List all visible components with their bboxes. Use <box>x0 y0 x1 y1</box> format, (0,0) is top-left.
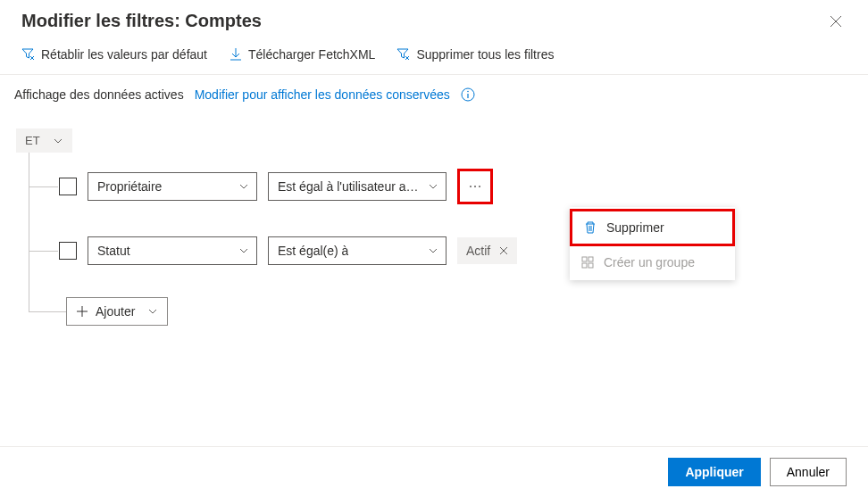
download-fetchxml-button[interactable]: Télécharger FetchXML <box>229 47 375 62</box>
svg-point-2 <box>470 186 472 187</box>
filter-reset-icon <box>21 47 36 62</box>
info-icon[interactable] <box>461 87 475 102</box>
highlight-box <box>457 169 493 204</box>
filter-delete-icon <box>396 47 411 62</box>
row-more-button[interactable] <box>462 173 488 200</box>
svg-rect-6 <box>588 257 593 261</box>
svg-rect-8 <box>588 263 593 268</box>
reset-defaults-label: Rétablir les valeurs par défaut <box>41 47 207 62</box>
row-checkbox[interactable] <box>59 242 77 260</box>
toolbar: Rétablir les valeurs par défaut Téléchar… <box>0 42 868 74</box>
operator-dropdown[interactable]: Est égal(e) à <box>268 236 447 265</box>
field-dropdown[interactable]: Propriétaire <box>88 172 257 201</box>
download-fetchxml-label: Télécharger FetchXML <box>248 47 375 62</box>
context-menu-create-group: Créer un groupe <box>570 246 735 278</box>
cancel-button[interactable]: Annuler <box>770 458 847 486</box>
operator-dropdown[interactable]: Est égal à l'utilisateur ac... <box>268 172 447 201</box>
chevron-down-icon <box>238 181 249 192</box>
apply-button[interactable]: Appliquer <box>668 458 760 486</box>
group-operator-dropdown[interactable]: ET <box>16 128 72 153</box>
value-tag-label: Actif <box>466 244 490 258</box>
field-value: Statut <box>97 244 130 258</box>
delete-all-filters-label: Supprimer tous les filtres <box>416 47 554 62</box>
more-horizontal-icon <box>468 179 482 194</box>
operator-value: Est égal(e) à <box>278 244 348 258</box>
trash-icon <box>583 220 597 235</box>
value-tag[interactable]: Actif <box>457 237 517 264</box>
data-state-bar: Affichage des données actives Modifier p… <box>0 75 868 107</box>
page-title: Modifier les filtres: Comptes <box>21 11 262 31</box>
field-value: Propriétaire <box>97 179 162 194</box>
chevron-down-icon <box>147 306 158 317</box>
close-button[interactable] <box>825 11 847 35</box>
field-dropdown[interactable]: Statut <box>88 236 257 265</box>
svg-point-1 <box>467 91 469 93</box>
chevron-down-icon <box>428 245 438 256</box>
chevron-down-icon <box>428 181 438 192</box>
group-icon <box>580 255 595 269</box>
add-condition-button[interactable]: Ajouter <box>66 297 168 326</box>
chevron-down-icon <box>238 245 249 256</box>
context-menu-delete[interactable]: Supprimer <box>572 211 732 244</box>
remove-tag-icon[interactable] <box>499 244 508 258</box>
filter-builder: ET Propriétaire Est égal à l'utilisateur… <box>0 107 868 333</box>
row-checkbox[interactable] <box>59 178 77 195</box>
context-menu-delete-label: Supprimer <box>606 220 664 235</box>
operator-value: Est égal à l'utilisateur ac... <box>278 179 422 194</box>
plus-icon <box>76 305 88 318</box>
data-state-label: Affichage des données actives <box>14 87 184 102</box>
chevron-down-icon <box>53 136 63 146</box>
close-icon <box>829 14 843 29</box>
add-label: Ajouter <box>96 304 135 319</box>
data-state-toggle-link[interactable]: Modifier pour afficher les données conse… <box>195 87 450 102</box>
footer: Appliquer Annuler <box>0 446 868 497</box>
group-operator-label: ET <box>25 134 40 147</box>
svg-rect-5 <box>582 257 587 261</box>
context-menu: Supprimer Créer un groupe <box>570 207 735 280</box>
svg-rect-7 <box>582 263 587 268</box>
svg-point-3 <box>474 186 476 187</box>
svg-point-4 <box>479 186 480 187</box>
download-icon <box>229 47 243 62</box>
context-menu-create-group-label: Créer un groupe <box>604 255 695 269</box>
condition-row: Propriétaire Est égal à l'utilisateur ac… <box>38 169 852 204</box>
reset-defaults-button[interactable]: Rétablir les valeurs par défaut <box>21 47 207 62</box>
delete-all-filters-button[interactable]: Supprimer tous les filtres <box>396 47 554 62</box>
